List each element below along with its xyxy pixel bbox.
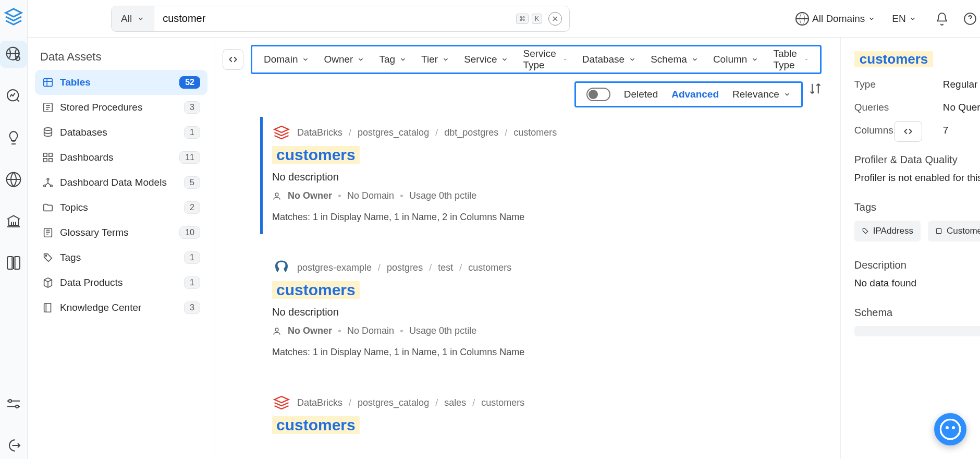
svg-point-4 xyxy=(9,400,11,402)
filter-tag[interactable]: Tag xyxy=(379,54,407,65)
chevron-down-icon xyxy=(909,15,916,22)
search-clear-button[interactable] xyxy=(548,12,562,26)
sidebar-item-count: 1 xyxy=(184,251,200,264)
rail-govern-icon[interactable] xyxy=(0,208,27,235)
result-card[interactable]: DataBricks/ postgres_catalog/ dbt_postgr… xyxy=(260,117,819,234)
assistant-fab[interactable] xyxy=(934,413,966,445)
svg-point-15 xyxy=(44,185,46,187)
filter-bar: Domain Owner Tag Tier Service Service Ty… xyxy=(251,45,822,74)
svg-point-19 xyxy=(275,193,278,196)
sidebar-item-count: 3 xyxy=(184,301,200,314)
search-scope-select[interactable]: All xyxy=(112,6,154,31)
postgres-icon xyxy=(272,258,291,277)
sidebar-item-count: 1 xyxy=(184,276,200,289)
result-matches: Matches: 1 in Display Name, 1 in Name, 2… xyxy=(272,212,810,223)
globe-icon xyxy=(795,12,809,26)
sidebar-title: Data Assets xyxy=(35,48,207,70)
dashboard-icon xyxy=(42,152,54,163)
chevron-down-icon xyxy=(399,56,407,63)
sidebar-item-count: 3 xyxy=(184,101,200,114)
facet-sidebar: Data Assets Tables 52 Stored Procedures … xyxy=(28,38,215,459)
model-icon xyxy=(42,177,54,188)
result-card[interactable]: postgres-example/ postgres/ test/ custom… xyxy=(260,252,819,369)
help-button[interactable] xyxy=(963,12,977,26)
close-icon xyxy=(552,15,559,22)
bot-icon xyxy=(941,420,959,438)
domain-switcher[interactable]: All Domains xyxy=(795,12,875,26)
help-icon xyxy=(963,12,977,26)
sidebar-item-count: 2 xyxy=(184,201,200,214)
svg-rect-12 xyxy=(44,159,47,162)
sidebar-item-databases[interactable]: Databases 1 xyxy=(35,120,207,145)
filter-tier[interactable]: Tier xyxy=(421,54,449,65)
sidebar-item-dashboards[interactable]: Dashboards 11 xyxy=(35,145,207,170)
chevron-down-icon xyxy=(783,91,791,98)
svg-rect-7 xyxy=(44,79,53,87)
chevron-down-icon xyxy=(137,15,144,22)
filter-column[interactable]: Column xyxy=(713,54,758,65)
sidebar-item-topics[interactable]: Topics 2 xyxy=(35,195,207,220)
result-domain: No Domain xyxy=(347,190,394,201)
filter-database[interactable]: Database xyxy=(582,54,636,65)
advanced-search-link[interactable]: Advanced xyxy=(671,89,719,100)
rail-observe-icon[interactable] xyxy=(0,82,27,110)
tag-icon xyxy=(42,252,54,263)
sidebar-item-label: Tables xyxy=(60,77,91,88)
tag-chip[interactable]: Customer Acquisition Cost (CAC) xyxy=(928,221,980,241)
profiler-heading: Profiler & Data Quality xyxy=(854,154,980,166)
rail-insights-icon[interactable] xyxy=(0,124,27,151)
topbar: All ⌘ K All Domains EN xyxy=(28,0,980,38)
filter-owner[interactable]: Owner xyxy=(324,54,364,65)
result-owner: No Owner xyxy=(288,190,332,201)
sidebar-item-tables[interactable]: Tables 52 xyxy=(35,70,207,95)
schema-placeholder xyxy=(854,326,980,336)
sidebar-item-count: 1 xyxy=(184,126,200,139)
sidebar-item-label: Glossary Terms xyxy=(60,227,129,238)
notifications-button[interactable] xyxy=(935,12,949,26)
rail-docs-icon[interactable] xyxy=(0,249,27,276)
chevron-down-icon xyxy=(501,56,508,63)
rail-logout-icon[interactable] xyxy=(0,432,27,459)
filter-schema[interactable]: Schema xyxy=(651,54,699,65)
language-switcher[interactable]: EN xyxy=(892,13,916,25)
deleted-toggle[interactable] xyxy=(586,88,610,101)
collapse-sidebar-button[interactable] xyxy=(223,49,243,70)
svg-rect-11 xyxy=(49,153,52,156)
sidebar-item-label: Data Products xyxy=(60,277,123,288)
rail-settings-icon[interactable] xyxy=(0,390,27,417)
sidebar-item-glossary[interactable]: Glossary Terms 10 xyxy=(35,220,207,245)
knowledge-icon xyxy=(42,302,54,313)
sidebar-item-dashboard-data-models[interactable]: Dashboard Data Models 5 xyxy=(35,170,207,195)
sidebar-item-data-products[interactable]: Data Products 1 xyxy=(35,270,207,295)
sidebar-item-knowledge-center[interactable]: Knowledge Center 3 xyxy=(35,295,207,320)
glossary-icon xyxy=(935,227,942,235)
glossary-icon xyxy=(42,227,54,238)
databricks-icon xyxy=(272,393,291,412)
sort-select[interactable]: Relevance xyxy=(732,89,791,100)
sidebar-item-stored-procedures[interactable]: Stored Procedures 3 xyxy=(35,95,207,120)
rail-explore-icon[interactable] xyxy=(0,41,27,68)
search-input[interactable] xyxy=(154,6,516,31)
filter-service[interactable]: Service xyxy=(464,54,508,65)
app-logo[interactable] xyxy=(4,7,23,26)
filter-table-type[interactable]: Table Type xyxy=(773,48,808,71)
schema-heading: Schema xyxy=(854,307,980,319)
svg-point-18 xyxy=(45,255,46,256)
tag-chip[interactable]: IPAddress xyxy=(854,221,921,241)
description-heading: Description xyxy=(854,259,980,271)
database-icon xyxy=(42,127,54,138)
sort-direction-button[interactable] xyxy=(808,81,823,96)
sidebar-item-label: Databases xyxy=(60,127,107,138)
filter-service-type[interactable]: Service Type xyxy=(523,48,567,71)
result-title: customers xyxy=(272,416,360,434)
result-domain: No Domain xyxy=(347,325,394,336)
chevron-down-icon xyxy=(751,56,758,63)
result-usage: Usage 0th pctile xyxy=(409,325,476,336)
svg-rect-21 xyxy=(936,228,941,233)
collapse-details-button[interactable] xyxy=(894,121,922,142)
filter-domain[interactable]: Domain xyxy=(264,54,309,65)
result-card[interactable]: DataBricks/ postgres_catalog/ sales/ cus… xyxy=(260,387,819,445)
rail-domain-icon[interactable] xyxy=(0,166,27,193)
sidebar-item-tags[interactable]: Tags 1 xyxy=(35,245,207,270)
svg-point-20 xyxy=(275,328,278,331)
